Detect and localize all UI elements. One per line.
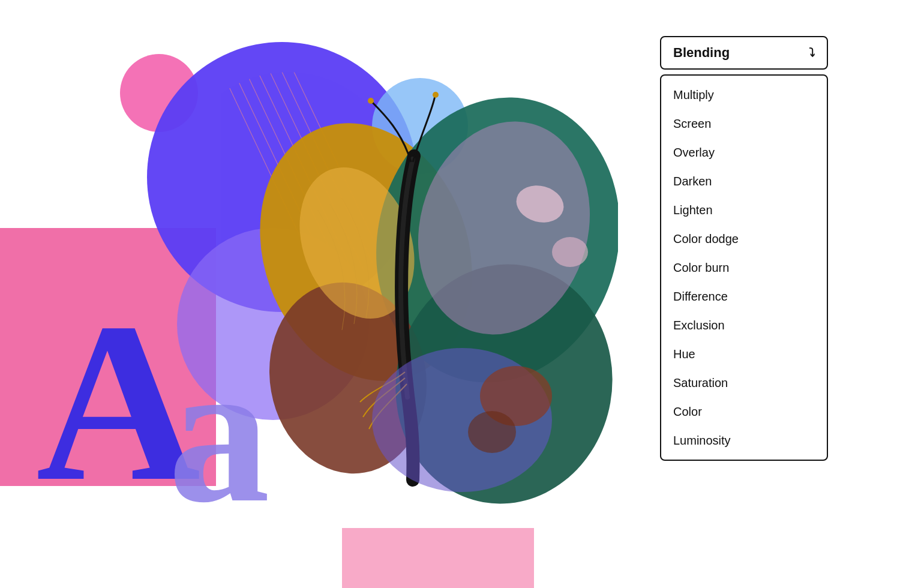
chevron-down-icon: ⤵: [809, 46, 815, 60]
blend-option-exclusion[interactable]: Exclusion: [661, 311, 827, 340]
canvas-area: A a: [0, 0, 636, 588]
butterfly-image: [210, 84, 618, 516]
svg-point-18: [468, 411, 516, 453]
blend-option-screen[interactable]: Screen: [661, 109, 827, 138]
blend-option-luminosity[interactable]: Luminosity: [661, 426, 827, 455]
blend-option-color-dodge[interactable]: Color dodge: [661, 224, 827, 253]
blending-dropdown-menu: Multiply Screen Overlay Darken Lighten C…: [660, 74, 828, 461]
blend-option-lighten[interactable]: Lighten: [661, 196, 827, 224]
blend-option-color[interactable]: Color: [661, 397, 827, 426]
right-panel: Blending ⤵ Multiply Screen Overlay Darke…: [636, 0, 900, 588]
blend-option-difference[interactable]: Difference: [661, 282, 827, 311]
blend-option-darken[interactable]: Darken: [661, 167, 827, 196]
svg-point-15: [433, 92, 439, 98]
svg-point-14: [368, 98, 374, 104]
blending-label: Blending: [673, 45, 730, 61]
pink-rectangle-bottom-right: [342, 528, 534, 588]
blend-option-saturation[interactable]: Saturation: [661, 368, 827, 397]
letter-a: a: [168, 330, 270, 534]
blend-option-color-burn[interactable]: Color burn: [661, 253, 827, 282]
blend-option-overlay[interactable]: Overlay: [661, 138, 827, 167]
blend-option-hue[interactable]: Hue: [661, 340, 827, 368]
blend-option-multiply[interactable]: Multiply: [661, 80, 827, 109]
svg-point-20: [552, 237, 588, 267]
blending-dropdown-button[interactable]: Blending ⤵: [660, 36, 828, 70]
